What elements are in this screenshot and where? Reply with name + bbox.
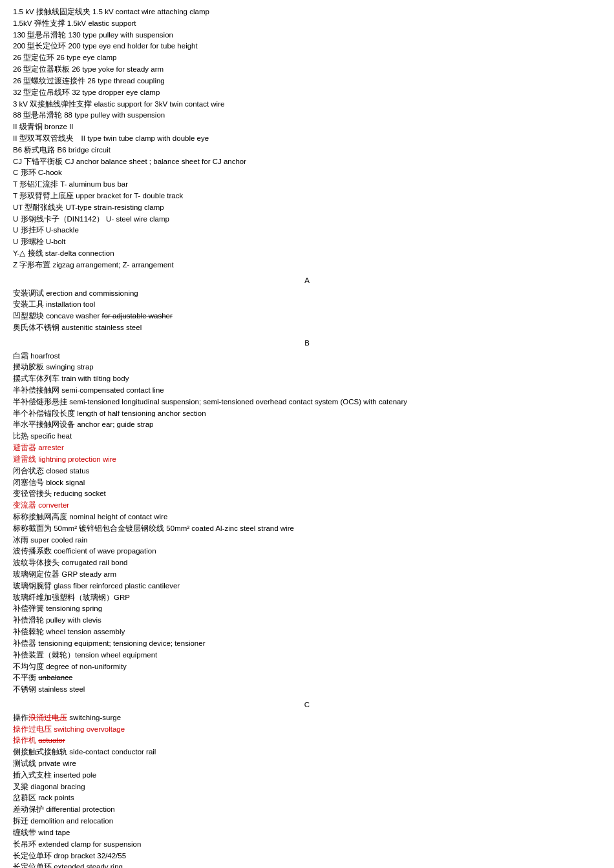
entry-58: 不锈钢 stainless steel (13, 684, 601, 696)
entry-29: 白霜 hoarfrost (13, 351, 601, 362)
entry-27: 奥氏体不锈钢 austenitic stainless steel (13, 322, 601, 334)
entry-22: Z 字形布置 zigzag arrangement; Z- arrangemen… (13, 260, 601, 271)
entry-49: 玻璃钢腕臂 glass fiber reinforced plastic can… (13, 581, 601, 592)
section-header-a: A (13, 275, 601, 287)
section-header-c: C (13, 699, 601, 711)
entry-30: 摆动胶板 swinging strap (13, 362, 601, 373)
entry-46: 波传播系数 coefficient of wave propagation (13, 546, 601, 557)
entry-11: II 型双耳双管线夹 II type twin tube clamp with … (13, 133, 601, 145)
entry-57: 不平衡 unbalance (13, 672, 601, 684)
entry-55: 补偿装置（棘轮）tension wheel equipment (13, 650, 601, 661)
content-area: 1.5 kV 接触线固定线夹 1.5 kV contact wire attac… (13, 6, 601, 868)
entry-39: 闭合状态 closed status (13, 466, 601, 477)
entry-52: 补偿滑轮 pulley with clevis (13, 615, 601, 626)
entry-13: CJ 下锚平衡板 CJ anchor balance sheet ; balan… (13, 156, 601, 168)
entry-48: 玻璃钢定位器 GRP steady arm (13, 569, 601, 581)
entry-0: 1.5 kV 接触线固定线夹 1.5 kV contact wire attac… (13, 6, 601, 18)
entry-65: 插入式支柱 inserted pole (13, 770, 601, 781)
entry-5: 26 型定位器联板 26 type yoke for steady arm (13, 64, 601, 76)
entry-19: U 形挂环 U-shackle (13, 225, 601, 236)
entry-33: 半补偿链形悬挂 semi-tensioned longitudinal susp… (13, 397, 601, 408)
entry-60: 操作浪涌过电压 switching-surge (13, 712, 601, 724)
entry-10: II 级青铜 bronze II (13, 121, 601, 133)
entry-62: 操作机 actuator (13, 735, 601, 747)
entry-45: 冰雨 super cooled rain (13, 535, 601, 546)
entry-1: 1.5kV 弹性支撑 1.5kV elastic support (13, 18, 601, 30)
entry-53: 补偿棘轮 wheel tension assembly (13, 626, 601, 638)
entry-42: 变流器 converter (13, 500, 601, 512)
entry-64: 测试线 private wire (13, 758, 601, 770)
entry-51: 补偿弹簧 tensioning spring (13, 603, 601, 615)
entry-36: 比热 specific heat (13, 431, 601, 442)
entry-70: 缠线带 wind tape (13, 827, 601, 839)
entry-73: 长定位单环 extended steady ring (13, 862, 601, 868)
entry-8: 3 kV 双接触线弹性支撑 elastic support for 3kV tw… (13, 99, 601, 110)
entry-20: U 形螺栓 U-bolt (13, 236, 601, 248)
entry-37: 避雷器 arrester (13, 442, 601, 454)
entry-24: 安装调试 erection and commissioning (13, 288, 601, 300)
entry-72: 长定位单环 drop bracket 32/42/55 (13, 851, 601, 862)
entry-12: B6 桥式电路 B6 bridge circuit (13, 145, 601, 156)
entry-2: 130 型悬吊滑轮 130 type pulley with suspensio… (13, 30, 601, 41)
entry-71: 长吊环 extended clamp for suspension (13, 839, 601, 851)
entry-16: T 形双臂臂上底座 upper bracket for T- double tr… (13, 191, 601, 202)
entry-66: 叉梁 diagonal bracing (13, 781, 601, 793)
entry-15: T 形铝汇流排 T- aluminum bus bar (13, 179, 601, 191)
entry-3: 200 型长定位环 200 type eye end holder for tu… (13, 41, 601, 52)
entry-56: 不均匀度 degree of non-uniformity (13, 661, 601, 673)
entry-25: 安装工具 installation tool (13, 299, 601, 311)
entry-43: 标称接触网高度 nominal height of contact wire (13, 512, 601, 523)
entry-18: U 形钢线卡子（DIN1142） U- steel wire clamp (13, 214, 601, 225)
entry-9: 88 型悬吊滑轮 88 type pulley with suspension (13, 110, 601, 121)
entry-50: 玻璃纤维加强塑料（玻璃钢）GRP (13, 592, 601, 604)
entry-67: 岔群区 rack points (13, 792, 601, 804)
entry-32: 半补偿接触网 semi-compensated contact line (13, 385, 601, 397)
entry-41: 变径管接头 reducing socket (13, 488, 601, 500)
entry-26: 凹型塑块 concave washer for adjustable washe… (13, 311, 601, 322)
entry-44: 标称截面为 50mm² 镀锌铝包合金镀层钢绞线 50mm² coated Al-… (13, 523, 601, 535)
entry-38: 避雷线 lightning protection wire (13, 454, 601, 466)
entry-21: Y-△ 接线 star-delta connection (13, 248, 601, 260)
entry-31: 摆式车体列车 train with tilting body (13, 373, 601, 385)
entry-4: 26 型定位环 26 type eye clamp (13, 52, 601, 64)
entry-35: 半水平接触网设备 anchor ear; guide strap (13, 419, 601, 431)
entry-69: 拆迁 demolition and relocation (13, 816, 601, 827)
entry-63: 侧接触式接触轨 side-contact conductor rail (13, 747, 601, 758)
section-header-b: B (13, 338, 601, 349)
entry-54: 补偿器 tensioning equipment; tensioning dev… (13, 638, 601, 650)
entry-34: 半个补偿锚段长度 length of half tensioning ancho… (13, 408, 601, 420)
entry-47: 波纹导体接头 corrugated rail bond (13, 557, 601, 569)
entry-14: C 形环 C-hook (13, 167, 601, 179)
entry-68: 差动保护 differential protection (13, 804, 601, 816)
entry-40: 闭塞信号 block signal (13, 477, 601, 489)
entry-17: UT 型耐张线夹 UT-type strain-resisting clamp (13, 202, 601, 214)
entry-6: 26 型螺纹过渡连接件 26 type thread coupling (13, 76, 601, 87)
entry-7: 32 型定位吊线环 32 type dropper eye clamp (13, 87, 601, 99)
entry-61: 操作过电压 switching overvoltage (13, 724, 601, 736)
